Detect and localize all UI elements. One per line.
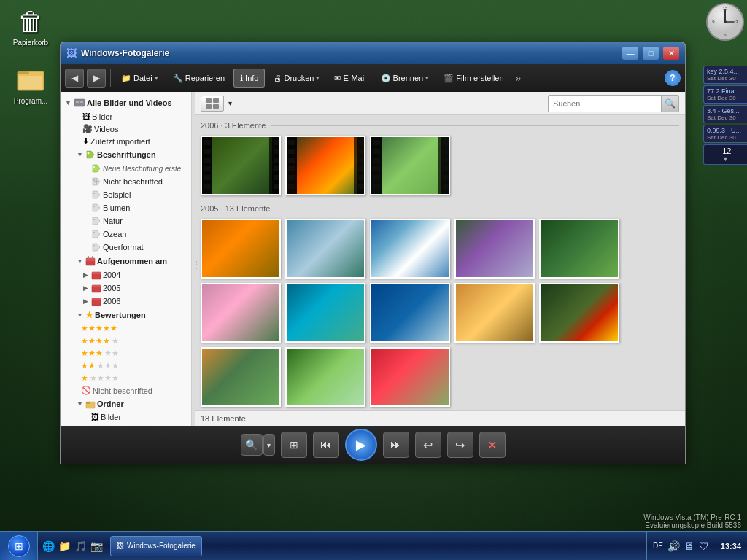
back-button[interactable]: ◀ xyxy=(65,69,84,88)
close-button[interactable]: ✕ xyxy=(663,47,679,60)
minimize-button[interactable]: — xyxy=(622,47,638,60)
start-button[interactable] xyxy=(0,532,38,561)
tree-querformat[interactable]: Querformat xyxy=(61,241,191,254)
tree-4stars[interactable]: ★★★★★ xyxy=(61,335,191,347)
svg-rect-72 xyxy=(373,158,380,163)
tray-network-icon[interactable]: 🖥 xyxy=(684,540,694,552)
tree-beschriftungen[interactable]: ▾ Beschriftungen xyxy=(61,147,191,162)
beispiel-tag-icon xyxy=(91,190,101,200)
notif-item-2[interactable]: 3.4 - Ges... Sat Dec 30 xyxy=(703,105,747,123)
photo-thumb-river[interactable] xyxy=(285,219,365,279)
photo-thumb-trees[interactable] xyxy=(201,347,281,407)
taskbar-extra-icon[interactable]: 📷 xyxy=(89,539,104,553)
notif-item-3[interactable]: 0.99.3 - U... Sat Dec 30 xyxy=(703,125,747,143)
tree-bewertungen[interactable]: ▾ ★ Bewertungen xyxy=(61,308,191,322)
tree-root[interactable]: ▾ Alle Bilder und Videos xyxy=(61,95,191,111)
grid-view-button[interactable]: ⊞ xyxy=(281,432,307,458)
tree-videos[interactable]: 🎥 Videos xyxy=(61,122,191,135)
navigation-tree[interactable]: ▾ Alle Bilder und Videos 🖼 Bilder 🎥 Vide… xyxy=(61,92,192,426)
tree-natur[interactable]: Natur xyxy=(61,214,191,228)
taskbar-folder-icon[interactable]: 📁 xyxy=(57,539,71,553)
pane-resizer[interactable] xyxy=(192,92,195,426)
tray-security-icon[interactable]: 🛡 xyxy=(699,540,709,552)
tree-2004[interactable]: ▶ 2004 xyxy=(61,268,191,281)
tree-beispiel[interactable]: Beispiel xyxy=(61,188,191,201)
tree-unrated[interactable]: 🚫 Nicht beschrifted xyxy=(61,384,191,397)
undo-button[interactable]: ↩ xyxy=(415,432,441,458)
zoom-button[interactable]: 🔍 xyxy=(241,434,263,456)
previous-button[interactable]: ⏮ xyxy=(313,432,339,458)
tree-neue[interactable]: Neue Beschriftung erste xyxy=(61,162,191,175)
tree-1star[interactable]: ★★★★★ xyxy=(61,372,191,384)
tree-aufgenommen[interactable]: ▾ Aufgenommen am xyxy=(61,254,191,268)
toolbar-film[interactable]: 🎬 Film erstellen xyxy=(438,69,509,88)
delete-button[interactable]: ✕ xyxy=(479,432,506,458)
svg-rect-29 xyxy=(92,272,101,274)
taskbar-gallery-app[interactable]: 🖼 Windows-Fotogalerie xyxy=(110,536,202,556)
tree-2006[interactable]: ▶ 2006 xyxy=(61,295,191,308)
photo-thumb-toucan[interactable] xyxy=(539,283,619,343)
zoom-dropdown-button[interactable]: ▾ xyxy=(263,434,275,456)
desktop-icon-programs[interactable]: Program... xyxy=(7,66,54,105)
taskbar-media-icon[interactable]: 🎵 xyxy=(73,539,88,553)
taskbar-ie-icon[interactable]: 🌐 xyxy=(41,539,55,553)
tree-ordner[interactable]: ▾ Ordner xyxy=(61,397,191,411)
year2005-icon xyxy=(91,283,101,293)
toolbar-info[interactable]: ℹ Info xyxy=(233,69,265,88)
querformat-tag-icon xyxy=(91,242,101,252)
svg-point-20 xyxy=(93,206,95,207)
status-text: 18 Elemente xyxy=(201,414,246,423)
photo-thumb-turtle[interactable] xyxy=(285,283,365,343)
tree-ozean[interactable]: Ozean xyxy=(61,228,191,241)
tree-blumen[interactable]: Blumen xyxy=(61,201,191,214)
tree-recently[interactable]: ⬇ Zuletzt importiert xyxy=(61,135,191,147)
tree-bilder[interactable]: 🖼 Bilder xyxy=(61,111,191,122)
help-button[interactable]: ? xyxy=(665,70,681,86)
toolbar-more-button[interactable]: » xyxy=(513,72,525,84)
tree-nicht[interactable]: Nicht beschrifted xyxy=(61,175,191,188)
play-slideshow-button[interactable]: ▶ xyxy=(345,429,377,461)
maximize-button[interactable]: □ xyxy=(643,47,659,60)
redo-button[interactable]: ↪ xyxy=(447,432,473,458)
photo-thumb-desert[interactable] xyxy=(454,283,535,343)
search-input[interactable] xyxy=(549,98,661,109)
taskbar-clock[interactable]: 13:34 xyxy=(715,542,747,551)
photo-thumb-flowers-purple[interactable] xyxy=(454,219,535,279)
photo-thumb-sky[interactable] xyxy=(370,219,450,279)
svg-rect-2 xyxy=(19,76,42,89)
all-photos-icon xyxy=(74,97,85,109)
toolbar-reparieren[interactable]: 🔧 Reparieren xyxy=(167,69,231,88)
notif-item-0[interactable]: key 2.5.4... Sat Dec 30 xyxy=(703,66,747,84)
photo-thumb-2006-2[interactable] xyxy=(285,136,365,195)
forward-button[interactable]: ▶ xyxy=(87,69,106,88)
beispiel-label: Beispiel xyxy=(103,190,131,199)
photo-thumb-flowers-pink[interactable] xyxy=(201,283,281,343)
toolbar-brennen[interactable]: 💿 Brennen ▾ xyxy=(375,69,436,88)
notif-item-4[interactable]: -12 ▼ xyxy=(703,144,747,165)
photo-scroll-area[interactable]: 2006 · 3 Elemente xyxy=(195,115,685,410)
tray-speaker-icon[interactable]: 🔊 xyxy=(667,540,680,552)
photo-thumb-flowers-red[interactable] xyxy=(370,347,450,407)
desktop-icon-recycle-bin[interactable]: 🗑 Papierkorb xyxy=(7,7,54,47)
photo-thumb-stream[interactable] xyxy=(285,347,365,407)
toolbar-datei[interactable]: 📁 Datei ▾ xyxy=(115,69,164,88)
photo-thumb-2006-1[interactable] xyxy=(201,136,281,195)
photo-thumb-whale[interactable] xyxy=(370,283,450,343)
tree-ordner-bilder[interactable]: 🖼 Bilder xyxy=(61,411,191,423)
film-icon: 🎬 xyxy=(444,74,454,83)
svg-point-21 xyxy=(93,219,95,220)
view-options-button[interactable] xyxy=(201,96,224,112)
tree-3stars[interactable]: ★★★★★ xyxy=(61,347,191,359)
photo-thumb-autumn[interactable] xyxy=(201,219,281,279)
tree-2stars[interactable]: ★★★★★ xyxy=(61,359,191,372)
photo-thumb-forest-path[interactable] xyxy=(539,219,619,279)
search-button[interactable]: 🔍 xyxy=(661,96,678,112)
photo-thumb-2006-3[interactable] xyxy=(370,136,450,195)
tree-5stars[interactable]: ★★★★★ xyxy=(61,322,191,335)
toolbar-drucken[interactable]: 🖨 Drucken ▾ xyxy=(268,69,325,88)
toolbar-email[interactable]: ✉ E-Mail xyxy=(328,69,371,88)
tree-2005[interactable]: ▶ 2005 xyxy=(61,281,191,295)
view-dropdown-icon[interactable]: ▾ xyxy=(228,99,232,107)
next-button[interactable]: ⏭ xyxy=(383,432,409,458)
notif-item-1[interactable]: 77.2 Fina... Sat Dec 30 xyxy=(703,85,747,104)
